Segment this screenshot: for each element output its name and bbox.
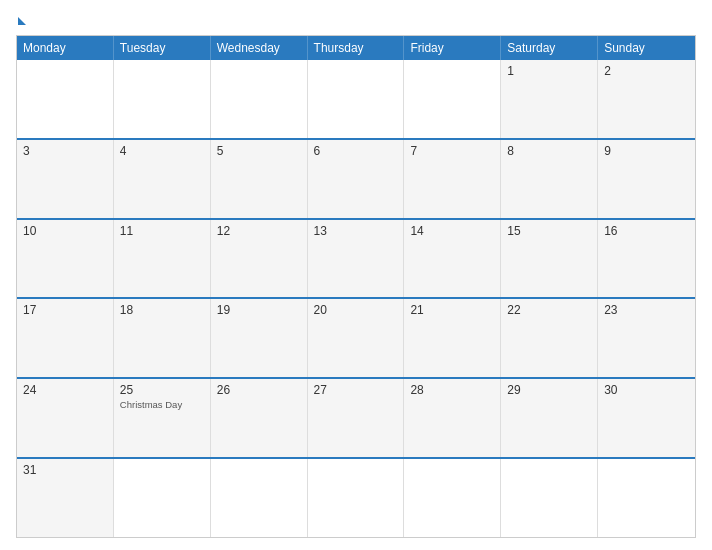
header-cell-monday: Monday: [17, 36, 114, 60]
cal-cell-1-3: [211, 60, 308, 138]
cal-cell-6-3: [211, 459, 308, 537]
header-cell-wednesday: Wednesday: [211, 36, 308, 60]
day-number: 30: [604, 383, 689, 397]
day-number: 13: [314, 224, 398, 238]
cal-cell-5-3: 26: [211, 379, 308, 457]
day-number: 18: [120, 303, 204, 317]
cal-cell-4-7: 23: [598, 299, 695, 377]
cal-cell-2-1: 3: [17, 140, 114, 218]
cal-cell-6-5: [404, 459, 501, 537]
day-number: 27: [314, 383, 398, 397]
logo: [16, 12, 26, 27]
cal-cell-1-4: [308, 60, 405, 138]
day-number: 23: [604, 303, 689, 317]
header-cell-sunday: Sunday: [598, 36, 695, 60]
cal-cell-3-5: 14: [404, 220, 501, 298]
calendar-row-1: 12: [17, 60, 695, 138]
cal-cell-3-7: 16: [598, 220, 695, 298]
day-number: 12: [217, 224, 301, 238]
day-number: 31: [23, 463, 107, 477]
cal-cell-4-5: 21: [404, 299, 501, 377]
cal-cell-3-3: 12: [211, 220, 308, 298]
day-number: 9: [604, 144, 689, 158]
day-number: 14: [410, 224, 494, 238]
logo-triangle-icon: [18, 17, 26, 25]
cal-cell-2-3: 5: [211, 140, 308, 218]
cal-cell-5-6: 29: [501, 379, 598, 457]
cal-cell-1-1: [17, 60, 114, 138]
cal-cell-6-2: [114, 459, 211, 537]
cal-cell-6-6: [501, 459, 598, 537]
cal-cell-1-2: [114, 60, 211, 138]
day-number: 10: [23, 224, 107, 238]
cal-cell-5-4: 27: [308, 379, 405, 457]
day-number: 29: [507, 383, 591, 397]
calendar-row-4: 17181920212223: [17, 297, 695, 377]
cal-cell-2-2: 4: [114, 140, 211, 218]
day-number: 21: [410, 303, 494, 317]
day-number: 2: [604, 64, 689, 78]
day-number: 6: [314, 144, 398, 158]
day-number: 4: [120, 144, 204, 158]
cal-cell-4-3: 19: [211, 299, 308, 377]
cal-cell-2-7: 9: [598, 140, 695, 218]
day-number: 28: [410, 383, 494, 397]
cal-cell-3-6: 15: [501, 220, 598, 298]
cal-cell-2-4: 6: [308, 140, 405, 218]
day-number: 1: [507, 64, 591, 78]
day-number: 20: [314, 303, 398, 317]
page-header: [16, 12, 696, 27]
holiday-label: Christmas Day: [120, 399, 204, 410]
cal-cell-4-4: 20: [308, 299, 405, 377]
day-number: 17: [23, 303, 107, 317]
day-number: 25: [120, 383, 204, 397]
header-cell-friday: Friday: [404, 36, 501, 60]
calendar-page: MondayTuesdayWednesdayThursdayFridaySatu…: [0, 0, 712, 550]
cal-cell-4-1: 17: [17, 299, 114, 377]
day-number: 11: [120, 224, 204, 238]
cal-cell-3-4: 13: [308, 220, 405, 298]
cal-cell-2-5: 7: [404, 140, 501, 218]
day-number: 16: [604, 224, 689, 238]
cal-cell-6-4: [308, 459, 405, 537]
day-number: 8: [507, 144, 591, 158]
calendar-row-5: 2425Christmas Day2627282930: [17, 377, 695, 457]
day-number: 22: [507, 303, 591, 317]
cal-cell-6-7: [598, 459, 695, 537]
cal-cell-5-2: 25Christmas Day: [114, 379, 211, 457]
header-cell-saturday: Saturday: [501, 36, 598, 60]
cal-cell-2-6: 8: [501, 140, 598, 218]
header-cell-thursday: Thursday: [308, 36, 405, 60]
header-cell-tuesday: Tuesday: [114, 36, 211, 60]
calendar-row-6: 31: [17, 457, 695, 537]
cal-cell-5-7: 30: [598, 379, 695, 457]
day-number: 19: [217, 303, 301, 317]
cal-cell-4-6: 22: [501, 299, 598, 377]
cal-cell-5-1: 24: [17, 379, 114, 457]
calendar-body: 1234567891011121314151617181920212223242…: [17, 60, 695, 537]
day-number: 26: [217, 383, 301, 397]
cal-cell-1-6: 1: [501, 60, 598, 138]
cal-cell-4-2: 18: [114, 299, 211, 377]
day-number: 15: [507, 224, 591, 238]
cal-cell-1-5: [404, 60, 501, 138]
cal-cell-3-1: 10: [17, 220, 114, 298]
cal-cell-3-2: 11: [114, 220, 211, 298]
calendar-row-2: 3456789: [17, 138, 695, 218]
day-number: 24: [23, 383, 107, 397]
cal-cell-5-5: 28: [404, 379, 501, 457]
cal-cell-1-7: 2: [598, 60, 695, 138]
calendar-header: MondayTuesdayWednesdayThursdayFridaySatu…: [17, 36, 695, 60]
cal-cell-6-1: 31: [17, 459, 114, 537]
calendar: MondayTuesdayWednesdayThursdayFridaySatu…: [16, 35, 696, 538]
day-number: 5: [217, 144, 301, 158]
day-number: 7: [410, 144, 494, 158]
day-number: 3: [23, 144, 107, 158]
calendar-row-3: 10111213141516: [17, 218, 695, 298]
